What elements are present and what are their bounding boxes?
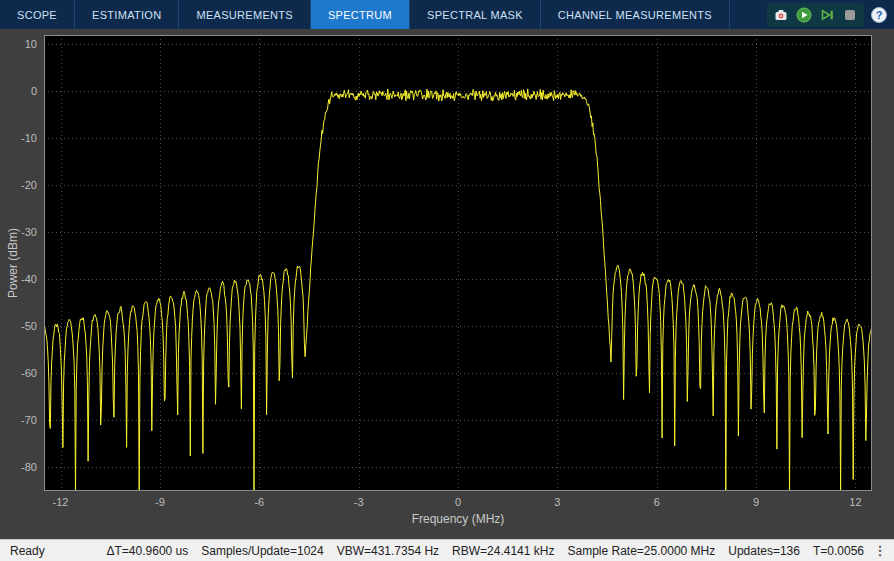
- step-forward-button[interactable]: [818, 6, 836, 24]
- stop-button[interactable]: [841, 6, 859, 24]
- run-button[interactable]: [795, 6, 813, 24]
- snapshot-button[interactable]: [772, 6, 790, 24]
- y-tick-label: -50: [0, 320, 37, 332]
- svg-text:?: ?: [876, 9, 883, 21]
- tab-measurements[interactable]: MEASUREMENTS: [179, 0, 311, 29]
- y-axis-label: Power (dBm): [6, 228, 20, 298]
- x-tick-label: 6: [654, 496, 660, 508]
- overflow-menu-icon[interactable]: ⋮: [872, 543, 888, 558]
- spectrum-analyzer-window: SCOPE ESTIMATION MEASUREMENTS SPECTRUM S…: [0, 0, 894, 561]
- tab-estimation[interactable]: ESTIMATION: [75, 0, 179, 29]
- step-forward-icon: [819, 7, 835, 23]
- x-tick-label: 3: [554, 496, 560, 508]
- status-sim-time: T=0.0056: [813, 544, 864, 558]
- x-tick-label: 0: [455, 496, 461, 508]
- help-button[interactable]: ?: [870, 6, 888, 24]
- help-icon: ?: [870, 6, 888, 24]
- plot-area: -12-9-6-3036912100-10-20-30-40-50-60-70-…: [0, 29, 894, 539]
- status-vbw: VBW=431.7354 Hz: [337, 544, 439, 558]
- y-tick-label: 10: [0, 38, 37, 50]
- y-tick-label: -10: [0, 132, 37, 144]
- toolbar-tabs: SCOPE ESTIMATION MEASUREMENTS SPECTRUM S…: [0, 0, 730, 29]
- x-axis-label: Frequency (MHz): [412, 512, 505, 526]
- snapshot-icon: [773, 7, 789, 23]
- tab-spectral-mask[interactable]: SPECTRAL MASK: [410, 0, 541, 29]
- status-updates: Updates=136: [728, 544, 800, 558]
- x-tick-label: 12: [849, 496, 861, 508]
- status-rbw: RBW=24.4141 kHz: [452, 544, 554, 558]
- status-bar: Ready ΔT=40.9600 us Samples/Update=1024 …: [0, 539, 894, 561]
- simulation-controls: ?: [767, 0, 894, 29]
- x-tick-label: -9: [155, 496, 165, 508]
- y-tick-label: -60: [0, 367, 37, 379]
- spectrum-plot-canvas[interactable]: [44, 35, 872, 491]
- y-tick-label: -80: [0, 461, 37, 473]
- stop-icon: [842, 7, 858, 23]
- tab-channel-measurements[interactable]: CHANNEL MEASUREMENTS: [541, 0, 730, 29]
- y-tick-label: 0: [0, 85, 37, 97]
- tab-spectrum[interactable]: SPECTRUM: [311, 0, 410, 29]
- status-stats: ΔT=40.9600 us Samples/Update=1024 VBW=43…: [107, 544, 865, 558]
- y-tick-label: -20: [0, 179, 37, 191]
- simulation-control-group: [767, 3, 864, 27]
- y-tick-label: -70: [0, 414, 37, 426]
- x-tick-label: 9: [753, 496, 759, 508]
- x-tick-label: -3: [354, 496, 364, 508]
- status-sample-rate: Sample Rate=25.0000 MHz: [567, 544, 715, 558]
- play-circle-icon: [796, 7, 812, 23]
- toolbar: SCOPE ESTIMATION MEASUREMENTS SPECTRUM S…: [0, 0, 894, 29]
- status-ready-text: Ready: [10, 544, 45, 558]
- tab-scope[interactable]: SCOPE: [0, 0, 75, 29]
- status-delta-t: ΔT=40.9600 us: [107, 544, 189, 558]
- status-samples-per-update: Samples/Update=1024: [201, 544, 323, 558]
- x-tick-label: -12: [53, 496, 69, 508]
- x-tick-label: -6: [254, 496, 264, 508]
